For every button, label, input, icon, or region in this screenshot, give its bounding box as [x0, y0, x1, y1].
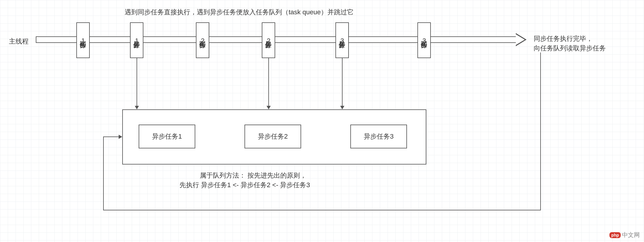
drop-arrow-2: [267, 106, 271, 109]
watermark-logo: php: [609, 232, 621, 238]
loop-line-into-queue-h: [103, 136, 119, 137]
drop-line-1: [137, 58, 137, 106]
right-note-line1: 同步任务执行完毕，: [534, 34, 593, 44]
queue-item-3: 异步任务3: [350, 125, 407, 148]
async-task-1-box: 异步任务1: [130, 22, 143, 58]
sync-task-1: 同步任务1: [76, 22, 90, 58]
main-thread-label: 主线程: [9, 36, 29, 46]
drop-line-3: [342, 58, 343, 106]
loop-line-bottom-h: [103, 210, 541, 210]
loop-arrow-into-queue: [119, 135, 122, 139]
right-note-line2: 向任务队列读取异步任务: [534, 43, 606, 53]
timeline-arrow-head: [516, 33, 527, 46]
sync-task-2: 同步任务2: [196, 22, 209, 58]
async-task-2-box: 异步任务2: [262, 22, 275, 58]
loop-line-right-v: [540, 52, 541, 210]
sync-task-3: 同步任务3: [417, 22, 431, 58]
top-note: 遇到同步任务直接执行，遇到异步任务便放入任务队列（task queue）并跳过它: [125, 7, 354, 17]
watermark: php 中文网: [609, 231, 640, 239]
drop-arrow-1: [135, 106, 139, 109]
watermark-text: 中文网: [622, 231, 640, 239]
loop-line-left-v: [103, 136, 104, 210]
async-task-3-box: 异步任务3: [335, 22, 349, 58]
drop-line-2: [268, 58, 269, 106]
queue-item-1: 异步任务1: [139, 125, 195, 148]
bottom-note-line1: 属于队列方法： 按先进先出的原则，: [200, 170, 306, 180]
bottom-note-line2: 先执行 异步任务1 <- 异步任务2 <- 异步任务3: [179, 180, 310, 190]
queue-item-2: 异步任务2: [244, 125, 301, 148]
timeline-arrow-shaft: [36, 36, 516, 43]
drop-arrow-3: [340, 106, 344, 109]
